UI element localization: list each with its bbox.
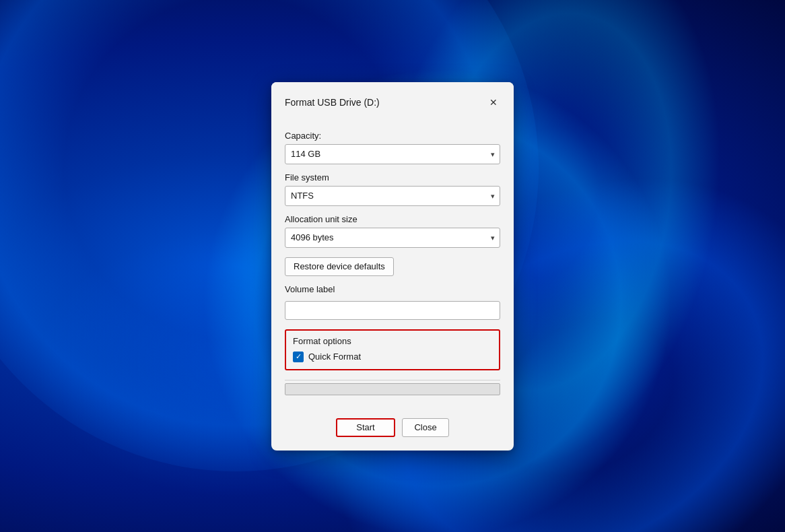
quick-format-label[interactable]: Quick Format [308, 352, 361, 362]
dialog-title: Format USB Drive (D:) [285, 97, 380, 108]
progress-bar-container [285, 383, 500, 395]
dialog-close-button[interactable]: ✕ [484, 93, 503, 112]
format-dialog: Format USB Drive (D:) ✕ Capacity: 114 GB… [271, 82, 514, 451]
start-button[interactable]: Start [336, 418, 395, 437]
volume-label-input[interactable] [285, 301, 500, 320]
file-system-label: File system [285, 172, 500, 182]
capacity-select[interactable]: 114 GB [285, 144, 500, 164]
volume-label-label: Volume label [285, 284, 500, 294]
dialog-titlebar: Format USB Drive (D:) ✕ [271, 82, 514, 117]
quick-format-row: ✓ Quick Format [293, 352, 492, 362]
restore-defaults-button[interactable]: Restore device defaults [285, 257, 394, 276]
dialog-overlay: Format USB Drive (D:) ✕ Capacity: 114 GB… [0, 0, 785, 532]
close-dialog-button[interactable]: Close [402, 418, 449, 437]
allocation-unit-label: Allocation unit size [285, 214, 500, 224]
format-options-legend: Format options [293, 336, 492, 346]
separator [285, 380, 500, 380]
format-options-group: Format options ✓ Quick Format [285, 329, 500, 370]
allocation-unit-select[interactable]: 512 bytes 1024 bytes 2048 bytes 4096 byt… [285, 228, 500, 248]
dialog-footer: Start Close [271, 409, 514, 451]
file-system-select[interactable]: NTFS FAT32 exFAT [285, 186, 500, 206]
dialog-body: Capacity: 114 GB ▾ File system NTFS FAT3… [271, 117, 514, 409]
capacity-select-wrapper: 114 GB ▾ [285, 144, 500, 164]
checkmark-icon: ✓ [296, 353, 302, 360]
progress-area [285, 380, 500, 395]
quick-format-checkbox[interactable]: ✓ [293, 352, 304, 362]
capacity-label: Capacity: [285, 131, 500, 141]
allocation-unit-select-wrapper: 512 bytes 1024 bytes 2048 bytes 4096 byt… [285, 228, 500, 248]
file-system-select-wrapper: NTFS FAT32 exFAT ▾ [285, 186, 500, 206]
